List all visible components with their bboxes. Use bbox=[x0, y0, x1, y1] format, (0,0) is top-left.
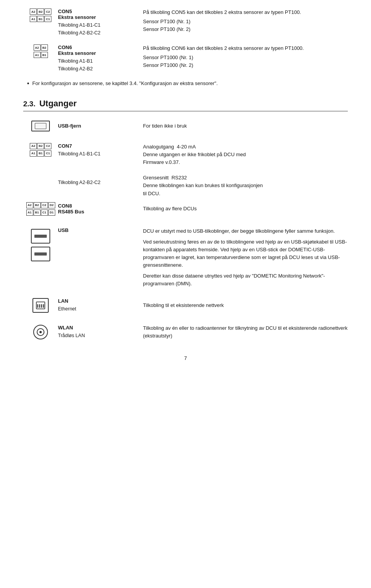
con5-desc1: På tilkobling CON5 kan det tilkobles 2 e… bbox=[143, 9, 348, 16]
con6-sensor1: Sensor PT1000 (Nr. 1) bbox=[143, 54, 348, 61]
con7-connector: A2 B2 C2 A1 B1 C1 bbox=[30, 143, 51, 157]
lan-icon bbox=[32, 298, 49, 313]
usb-fjern-icon-col bbox=[23, 120, 58, 131]
con5-icon-col: A2 B2 C2 A1 B1 C1 bbox=[23, 8, 58, 22]
con7-row: A2 B2 C2 A1 B1 C1 CON7 Tilkobling A1-B1-… bbox=[23, 142, 348, 198]
lan-icon-col bbox=[23, 297, 58, 313]
con6-sensor2: Sensor PT1000 (Nr. 2) bbox=[143, 61, 348, 69]
con8-c2: C2 bbox=[41, 202, 48, 208]
bullet-text: For konfigurasjon av sensorene, se kapit… bbox=[32, 80, 218, 87]
con8-a2: A2 bbox=[26, 202, 33, 208]
con7-sub2: Tilkobling A2-B2-C2 bbox=[58, 179, 139, 186]
lan-row: LAN Ethernet Tilkobling til et eksistere… bbox=[23, 297, 348, 313]
con6-number: CON6 bbox=[58, 44, 139, 50]
con5-b2: B2 bbox=[37, 9, 44, 15]
usb-label-col: USB bbox=[58, 227, 143, 233]
lan-pin-4 bbox=[43, 304, 44, 308]
con5-row: A2 B2 C2 A1 B1 C1 CON5 Ekstra sensorer T… bbox=[23, 8, 348, 37]
lan-pin-1 bbox=[37, 304, 38, 308]
section-title: Utganger bbox=[39, 99, 77, 109]
con8-b2: B2 bbox=[34, 202, 41, 208]
con7-icon-col: A2 B2 C2 A1 B1 C1 bbox=[23, 142, 58, 157]
usb-fjern-desc-col: For tiden ikke i bruk bbox=[143, 121, 348, 130]
con8-number: CON8 bbox=[58, 203, 139, 209]
lan-port bbox=[36, 302, 45, 309]
wlan-dot bbox=[39, 331, 42, 333]
usb-label: USB bbox=[58, 227, 139, 233]
wlan-icon bbox=[33, 325, 48, 339]
usb-icon bbox=[31, 229, 50, 244]
usb-fjern-label: USB-fjern bbox=[58, 123, 139, 129]
con7-desc1: Analogutgang 4-20 mA Denne utgangen er i… bbox=[143, 143, 348, 166]
usb-slot-1 bbox=[34, 235, 47, 238]
con8-icon-col: A2 B2 C2 D2 A1 B1 C1 D1 bbox=[23, 201, 58, 216]
con6-a2: A2 bbox=[34, 44, 41, 51]
con8-desc-col: Tilkobling av flere DCUs bbox=[143, 204, 348, 213]
usb-slot-2 bbox=[34, 252, 47, 256]
con7-b1: B1 bbox=[37, 150, 44, 157]
wlan-inner bbox=[37, 328, 44, 336]
usb-fjern-icon bbox=[31, 121, 50, 131]
lan-desc: Tilkobling til et eksisterende nettverk bbox=[143, 302, 348, 309]
lan-pin-2 bbox=[39, 304, 40, 308]
lan-label-col: LAN Ethernet bbox=[58, 297, 143, 313]
con8-c1: C1 bbox=[41, 210, 48, 216]
con5-c2: C2 bbox=[44, 9, 51, 15]
lan-pin-3 bbox=[41, 304, 42, 308]
con6-a1: A1 bbox=[34, 52, 41, 58]
con8-d1: D1 bbox=[48, 210, 55, 216]
con7-c1: C1 bbox=[44, 150, 51, 157]
page-number: 7 bbox=[23, 355, 348, 361]
con6-b2: B2 bbox=[41, 44, 48, 51]
con5-connector: A2 B2 C2 A1 B1 C1 bbox=[30, 9, 51, 22]
con5-b1: B1 bbox=[37, 16, 44, 22]
usb-desc3: Deretter kan disse dataene utnyttes ved … bbox=[143, 272, 348, 288]
con5-desc-col: På tilkobling CON5 kan det tilkobles 2 e… bbox=[143, 8, 348, 33]
con6-b1: B1 bbox=[41, 52, 48, 58]
con7-a2: A2 bbox=[30, 143, 37, 149]
con5-number: CON5 bbox=[58, 9, 139, 14]
usb-desc2: Ved serieutrustning føres en av de to ti… bbox=[143, 238, 348, 269]
con7-number: CON7 bbox=[58, 143, 139, 149]
wlan-sublabel: Trådløs LAN bbox=[58, 332, 139, 339]
con6-sub1: Tilkobling A1-B1 Tilkobling A2-B2 bbox=[58, 57, 139, 73]
usb-row: USB DCU er utstyrt med to USB-tilkobling… bbox=[23, 227, 348, 288]
con6-type: Ekstra sensorer bbox=[58, 50, 139, 56]
lan-label: LAN bbox=[58, 298, 139, 304]
con8-b1: B1 bbox=[34, 210, 41, 216]
usb-fjern-row: USB-fjern For tiden ikke i bruk bbox=[23, 120, 348, 131]
con6-icon-col: A2 B2 A1 B1 bbox=[23, 44, 58, 58]
lan-desc-col: Tilkobling til et eksisterende nettverk bbox=[143, 301, 348, 309]
con7-label-col: CON7 Tilkobling A1-B1-C1 Tilkobling A2-B… bbox=[58, 142, 143, 186]
con7-desc-col: Analogutgang 4-20 mA Denne utgangen er i… bbox=[143, 142, 348, 198]
con6-desc-col: På tilkobling CON6 kan det tilkobles 2 e… bbox=[143, 44, 348, 69]
con8-desc: Tilkobling av flere DCUs bbox=[143, 205, 348, 213]
con7-c2: C2 bbox=[44, 143, 51, 149]
con6-label-col: CON6 Ekstra sensorer Tilkobling A1-B1 Ti… bbox=[58, 44, 143, 73]
con8-d2: D2 bbox=[48, 202, 55, 208]
con7-sub1: Tilkobling A1-B1-C1 bbox=[58, 150, 139, 158]
con8-label-col: CON8 RS485 Bus bbox=[58, 202, 143, 215]
wlan-desc-col: Tilkobling av én eller to radioantenner … bbox=[143, 324, 348, 340]
usb-fjern-label-col: USB-fjern bbox=[58, 122, 143, 129]
con7-a1: A1 bbox=[30, 150, 37, 157]
bullet-icon: • bbox=[27, 80, 29, 88]
con5-sub1: Tilkobling A1-B1-C1 Tilkobling A2-B2-C2 bbox=[58, 21, 139, 37]
con8-row: A2 B2 C2 D2 A1 B1 C1 D1 CON8 RS485 Bus T… bbox=[23, 201, 348, 216]
section-heading-utganger: 2.3. Utganger bbox=[23, 99, 348, 111]
con6-row: A2 B2 A1 B1 CON6 Ekstra sensorer Tilkobl… bbox=[23, 44, 348, 73]
con5-sensor2: Sensor PT100 (Nr. 2) bbox=[143, 26, 348, 33]
usb-desc-col: DCU er utstyrt med to USB-tilkoblinger, … bbox=[143, 227, 348, 288]
con8-connector: A2 B2 C2 D2 A1 B1 C1 D1 bbox=[26, 202, 55, 216]
con5-type: Ekstra sensorer bbox=[58, 14, 139, 20]
usb-fjern-inner bbox=[35, 123, 46, 129]
section-number: 2.3. bbox=[23, 100, 36, 108]
usb-fjern-desc: For tiden ikke i bruk bbox=[143, 122, 348, 130]
wlan-desc: Tilkobling av én eller to radioantenner … bbox=[143, 324, 348, 340]
con8-a1: A1 bbox=[26, 210, 33, 216]
con6-desc1: På tilkobling CON6 kan det tilkobles 2 e… bbox=[143, 44, 348, 52]
con5-label-col: CON5 Ekstra sensorer Tilkobling A1-B1-C1… bbox=[58, 8, 143, 37]
usb-desc1: DCU er utstyrt med to USB-tilkoblinger, … bbox=[143, 227, 348, 235]
wlan-label: WLAN bbox=[58, 325, 139, 331]
lan-sublabel: Ethernet bbox=[58, 305, 139, 313]
